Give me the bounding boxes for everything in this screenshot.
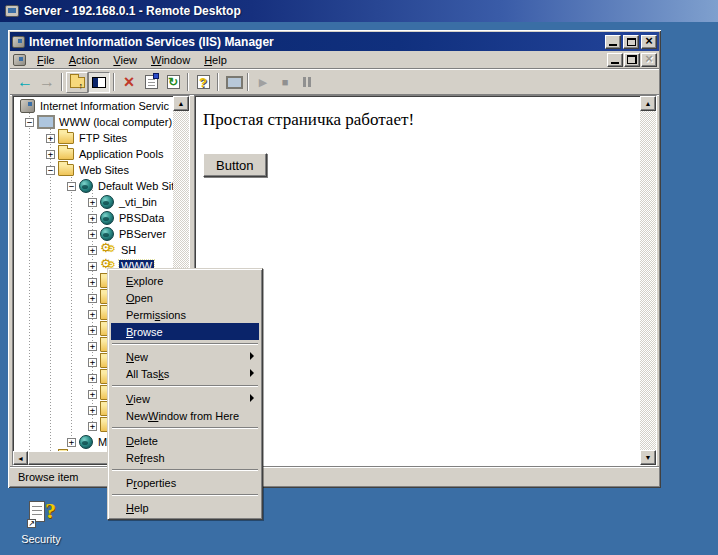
toolbar-properties-button[interactable]	[140, 72, 162, 93]
tree-expander-plus[interactable]: +	[88, 406, 97, 415]
tree-expander-plus[interactable]: +	[88, 246, 97, 255]
properties-icon	[145, 75, 158, 89]
menu-help[interactable]: Help	[197, 52, 234, 68]
maximize-button[interactable]	[623, 35, 639, 49]
tree-item-label[interactable]: FTP Sites	[77, 132, 129, 144]
toolbar-help-button[interactable]: ?	[192, 72, 214, 93]
scroll-left-arrow[interactable]: ◄	[13, 451, 28, 465]
toolbar-remote-computer-button[interactable]	[222, 72, 244, 93]
mdi-minimize-button[interactable]	[607, 53, 623, 67]
toolbar-delete-button[interactable]: ×	[118, 72, 140, 93]
tree-item-label[interactable]: Web Sites	[77, 164, 131, 176]
tree-item-web-sites[interactable]: −Web Sites	[46, 162, 131, 178]
tree-expander-plus[interactable]: +	[88, 326, 97, 335]
menu-action[interactable]: Action	[62, 52, 107, 68]
back-icon: ←	[17, 73, 33, 91]
scroll-down-arrow[interactable]: ▼	[640, 450, 656, 465]
content-vertical-scrollbar[interactable]: ▲ ▼	[640, 96, 656, 465]
tree-expander-minus[interactable]: −	[46, 166, 55, 175]
globe-icon	[100, 211, 114, 225]
scroll-up-arrow[interactable]: ▲	[173, 96, 189, 111]
context-menu-item-delete[interactable]: Delete	[111, 432, 259, 449]
page-heading: Простая страничка работает!	[203, 110, 414, 130]
globe-icon	[79, 435, 93, 449]
page-button[interactable]: Button	[203, 153, 267, 177]
context-menu-item-refresh[interactable]: Refresh	[111, 449, 259, 466]
submenu-arrow-icon	[250, 369, 254, 377]
tree-expander-plus[interactable]: +	[88, 310, 97, 319]
toolbar-up-one-level-button[interactable]: ↑	[66, 72, 88, 93]
context-menu-item-explore[interactable]: Explore	[111, 272, 259, 289]
context-menu-item-view[interactable]: View	[111, 390, 259, 407]
tree-expander-plus[interactable]: +	[88, 198, 97, 207]
desktop-icon-security[interactable]: ? ↗ Security	[12, 500, 70, 545]
tree-item-pbsdata[interactable]: +PBSData	[88, 210, 166, 226]
iis-app-icon	[12, 36, 25, 48]
tree-expander-plus[interactable]: +	[88, 230, 97, 239]
toolbar-show-hide-console-tree-button[interactable]	[88, 72, 110, 93]
scroll-up-arrow[interactable]: ▲	[640, 96, 656, 111]
mdi-system-icon[interactable]	[13, 54, 26, 66]
tree-expander-plus[interactable]: +	[88, 422, 97, 431]
tree-expander-plus[interactable]: +	[88, 278, 97, 287]
mdi-close-icon: ×	[645, 52, 653, 65]
tree-item-label[interactable]: Application Pools	[77, 148, 165, 160]
menu-bar: FileActionViewWindowHelp ×	[10, 51, 659, 69]
context-menu-item-all-tasks[interactable]: All Tasks	[111, 365, 259, 382]
folder-icon	[58, 148, 74, 160]
tree-item-default-web-site[interactable]: −Default Web Site	[67, 178, 182, 194]
tree-item-label[interactable]: Default Web Site	[96, 180, 182, 192]
toolbar-separator	[187, 73, 189, 91]
menu-window[interactable]: Window	[144, 52, 197, 68]
context-menu-item-browse[interactable]: Browse	[111, 323, 259, 340]
tree-item-label[interactable]: _vti_bin	[117, 196, 159, 208]
tree-expander-minus[interactable]: −	[25, 118, 34, 127]
context-menu: ExploreOpenPermissionsBrowseNewAll Tasks…	[107, 268, 263, 520]
tree-item-application-pools[interactable]: +Application Pools	[46, 146, 165, 162]
tree-item-label[interactable]: SH	[119, 244, 138, 256]
tree-expander-plus[interactable]: +	[88, 374, 97, 383]
minimize-button[interactable]	[605, 35, 621, 49]
mdi-minimize-icon	[611, 62, 619, 64]
tree-expander-plus[interactable]: +	[88, 390, 97, 399]
tree-item-internet-information-servic[interactable]: Internet Information Servic	[17, 98, 171, 114]
close-button[interactable]: ×	[641, 35, 657, 49]
tree-expander-plus[interactable]: +	[88, 358, 97, 367]
context-menu-item-new[interactable]: New	[111, 348, 259, 365]
shortcut-arrow-icon: ↗	[27, 519, 36, 528]
tree-item-_vti_bin[interactable]: +_vti_bin	[88, 194, 159, 210]
tree-expander-plus[interactable]: +	[88, 214, 97, 223]
tree-item-sh[interactable]: +SH	[88, 242, 138, 258]
tree-connector-line	[71, 174, 72, 440]
rdp-computer-icon	[5, 5, 19, 17]
toolbar-refresh-button[interactable]: ↻	[162, 72, 184, 93]
tree-expander-plus[interactable]: +	[88, 262, 97, 271]
tree-item-www-local-computer[interactable]: −WWW (local computer)	[25, 114, 174, 130]
tree-expander-plus[interactable]: +	[67, 438, 76, 447]
mdi-restore-button[interactable]	[624, 53, 640, 67]
scrollbar-track[interactable]	[640, 111, 656, 450]
context-menu-item-open[interactable]: Open	[111, 289, 259, 306]
window-title: Internet Information Services (IIS) Mana…	[29, 35, 605, 49]
tree-expander-plus[interactable]: +	[46, 134, 55, 143]
context-menu-item-new-window-from-here[interactable]: New Window from Here	[111, 407, 259, 424]
context-menu-item-permissions[interactable]: Permissions	[111, 306, 259, 323]
menu-file[interactable]: File	[30, 52, 62, 68]
menu-view[interactable]: View	[106, 52, 144, 68]
tree-expander-minus[interactable]: −	[67, 182, 76, 191]
desktop-icon-label: Security	[12, 533, 70, 545]
context-menu-item-help[interactable]: Help	[111, 499, 259, 516]
delete-icon: ×	[124, 73, 135, 91]
toolbar-back-button[interactable]: ←	[14, 72, 36, 93]
question-mark-icon: ?	[45, 498, 56, 524]
tree-expander-plus[interactable]: +	[46, 150, 55, 159]
status-text: Browse item	[18, 471, 79, 483]
tree-expander-plus[interactable]: +	[88, 294, 97, 303]
tree-item-label[interactable]: PBSData	[117, 212, 166, 224]
tree-item-ftp-sites[interactable]: +FTP Sites	[46, 130, 129, 146]
tree-item-label[interactable]: PBServer	[117, 228, 168, 240]
tree-item-label[interactable]: Internet Information Servic	[38, 100, 171, 112]
tree-expander-plus[interactable]: +	[88, 342, 97, 351]
context-menu-item-properties[interactable]: Properties	[111, 474, 259, 491]
tree-item-label[interactable]: WWW (local computer)	[57, 116, 174, 128]
